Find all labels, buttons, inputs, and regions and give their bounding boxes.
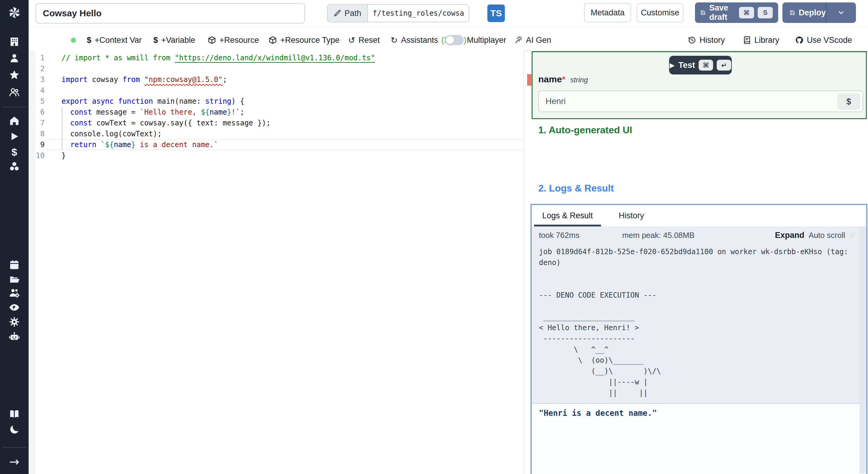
tab-bar: Logs & Result History [532, 205, 866, 227]
run-duration: took 762ms [539, 231, 579, 240]
section-auto-generated-ui: 1. Auto-generated UI [538, 124, 632, 136]
sidebar-item-settings[interactable] [0, 316, 29, 327]
reset-button[interactable]: ↺ Reset [348, 34, 380, 46]
logs-area: took 762ms mem peak: 45.08MB Expand Auto… [532, 227, 866, 403]
deploy-dropdown-button[interactable] [826, 2, 856, 23]
windmill-logo-icon[interactable] [0, 5, 29, 20]
building-icon [9, 36, 20, 47]
job-log-output: job 0189d64f-812b-525e-f020-652bd9da1100… [539, 246, 858, 398]
wand-sparkles-icon [514, 36, 523, 44]
insert-variable-button[interactable]: $ [838, 94, 860, 110]
sidebar-item-dark-mode[interactable] [0, 424, 29, 435]
history-icon [688, 36, 696, 44]
arg-input-wrapper: $ [538, 90, 863, 112]
package-icon [269, 36, 277, 44]
package-icon [208, 36, 216, 44]
play-icon [9, 131, 20, 142]
multiplayer-label: Multiplayer [467, 34, 506, 46]
users-cog-icon [9, 287, 20, 298]
ai-gen-button[interactable]: AI Gen [514, 34, 551, 46]
robot-icon [9, 331, 20, 342]
path-group[interactable]: Path f/testing_roles/cowsa [327, 4, 469, 22]
code-line: 5export async function main(name: string… [29, 96, 524, 107]
field-name: name [538, 74, 562, 84]
refresh-icon: ↻ [391, 35, 398, 45]
cmd-key-badge: ⌘ [739, 7, 754, 19]
library-button[interactable]: Library [743, 34, 779, 46]
sidebar-item-schedules[interactable] [0, 259, 29, 270]
sidebar-item-runs[interactable] [0, 131, 29, 142]
metadata-button[interactable]: Metadata [584, 3, 631, 22]
add-context-var-button[interactable]: $ +Context Var [87, 34, 142, 46]
logs-result-panel: Logs & Result History took 762ms mem pea… [530, 204, 867, 474]
sidebar-item-workers[interactable] [0, 287, 29, 298]
add-variable-button[interactable]: $ +Variable [153, 34, 195, 46]
code-editor[interactable]: 1// import * as wmill from "https://deno… [29, 51, 524, 474]
section-logs-result: 2. Logs & Result [538, 183, 614, 194]
panel-scrollbar[interactable] [860, 227, 866, 473]
sidebar-item-resources[interactable] [0, 161, 29, 172]
sidebar-item-audit-logs[interactable] [0, 302, 29, 313]
sidebar-item-variables[interactable]: $ [0, 146, 29, 158]
sidebar-item-user[interactable] [0, 53, 29, 64]
gear-icon [9, 316, 20, 327]
path-button[interactable]: Path [327, 4, 367, 22]
arg-field-label: name* string [538, 74, 588, 86]
enter-key-badge: ↵ [717, 60, 731, 70]
autoscroll-toggle[interactable]: Auto scroll [809, 231, 845, 240]
book-icon [743, 36, 751, 44]
sidebar-item-folders[interactable] [0, 274, 29, 285]
add-resource-type-button[interactable]: +Resource Type [269, 34, 340, 46]
sidebar: $ [0, 0, 29, 474]
sidebar-item-home[interactable] [0, 115, 29, 126]
sidebar-item-workspace[interactable] [0, 36, 29, 47]
script-title-input[interactable] [36, 3, 305, 24]
save-draft-button[interactable]: Save draft ⌘ S [695, 2, 778, 23]
check-icon: ✓ [849, 231, 856, 240]
error-overview-marker [527, 74, 531, 86]
chevron-down-icon [837, 9, 845, 17]
dollar-icon: $ [153, 36, 158, 45]
code-line: 6 const message = `Hello there, ${name}!… [29, 107, 524, 118]
vscode-icon [795, 36, 804, 44]
users-icon [9, 87, 20, 98]
editor-panel-divider[interactable] [524, 51, 524, 474]
code-line: 1// import * as wmill from "https://deno… [29, 53, 524, 63]
save-icon [701, 9, 706, 17]
tab-history[interactable]: History [611, 205, 652, 227]
add-resource-button[interactable]: +Resource [208, 34, 259, 46]
book-open-icon [9, 408, 20, 419]
pencil-icon [334, 9, 341, 17]
typescript-badge: TS [487, 4, 505, 22]
s-key-badge: S [758, 7, 773, 19]
sidebar-item-expand[interactable]: → [0, 456, 29, 467]
path-value[interactable]: f/testing_roles/cowsa [367, 4, 469, 22]
sidebar-item-groups[interactable] [0, 87, 29, 98]
status-dot [71, 38, 76, 43]
deploy-button[interactable]: Deploy [782, 2, 856, 23]
required-asterisk: * [562, 74, 565, 84]
rotate-ccw-icon: ↺ [348, 35, 355, 45]
multiplayer-toggle[interactable] [445, 35, 464, 45]
code-line: 10} [29, 150, 524, 161]
windmill-script-editor: $ [0, 0, 868, 474]
topbar: Path f/testing_roles/cowsa TS Metadata C… [29, 0, 868, 27]
name-arg-input[interactable] [539, 91, 863, 112]
sidebar-item-favorites[interactable] [0, 69, 29, 81]
code-line: 2 [29, 63, 524, 74]
eye-icon [9, 302, 20, 313]
toggle-knob [446, 36, 454, 44]
path-label: Path [344, 9, 361, 18]
code-line: 4 [29, 85, 524, 96]
customise-button[interactable]: Customise [637, 3, 684, 22]
sidebar-item-ai[interactable] [0, 331, 29, 342]
use-vscode-button[interactable]: Use VScode [795, 34, 852, 46]
test-button[interactable]: ▶ Test ⌘ ↵ [669, 56, 732, 75]
save-icon [789, 9, 795, 17]
history-button[interactable]: History [688, 34, 725, 46]
tab-logs-result[interactable]: Logs & Result [534, 205, 601, 227]
job-result-value: "Henri is a decent name." [539, 409, 866, 418]
play-icon: ▶ [670, 61, 675, 69]
expand-button[interactable]: Expand [775, 231, 804, 240]
sidebar-item-docs[interactable] [0, 408, 29, 419]
